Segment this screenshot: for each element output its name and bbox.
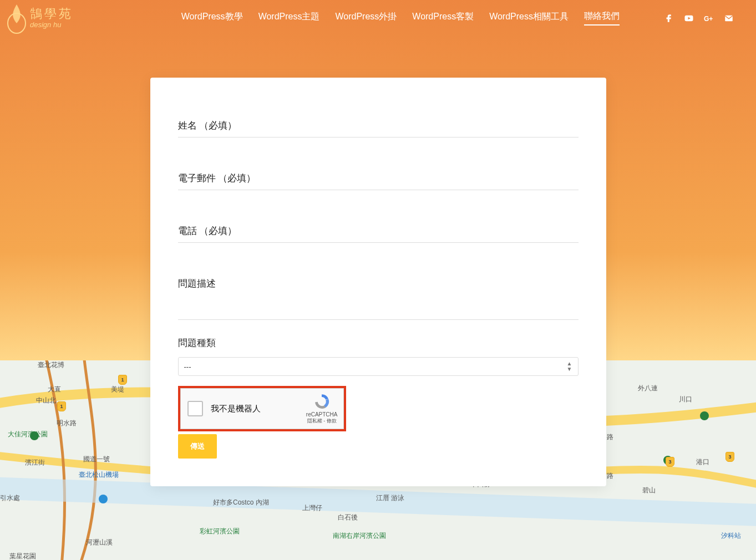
logo-title-en: design hu (30, 21, 73, 28)
recaptcha-links[interactable]: 隱私權 - 條款 (307, 418, 337, 425)
map-label: 川口 (679, 395, 692, 404)
recaptcha-highlight: 我不是機器人 reCAPTCHA 隱私權 - 條款 (178, 386, 346, 431)
logo-title-cn: 鵠學苑 (30, 8, 73, 20)
map-label: 碧山 (642, 486, 656, 495)
category-select[interactable]: --- ▲▼ (178, 357, 579, 376)
nav-contact[interactable]: 聯絡我們 (584, 11, 620, 26)
email-input[interactable] (178, 188, 579, 190)
recaptcha-widget: 我不是機器人 reCAPTCHA 隱私權 - 條款 (180, 388, 344, 429)
map-label: 臺北松山機場 (79, 470, 119, 480)
highway-shield: 3 (666, 457, 674, 467)
nav-plugins[interactable]: WordPress外掛 (335, 11, 397, 25)
map-label: 彩虹河濱公園 (200, 527, 240, 536)
map-label: 好市多Costco 內湖 (213, 498, 269, 507)
svg-point-5 (99, 495, 108, 503)
map-label: 外八連 (638, 384, 658, 393)
map-label: 臺北花博 (38, 360, 64, 370)
phone-label: 電話 （必填） (178, 225, 579, 237)
map-label: 明水路 (57, 419, 77, 428)
name-input[interactable] (178, 135, 579, 138)
recaptcha-icon (313, 393, 331, 410)
map-label: 上灣仔 (302, 503, 322, 513)
youtube-icon[interactable] (684, 13, 694, 23)
field-email: 電子郵件 （必填） (178, 172, 579, 190)
map-label: 江厝 游泳 (376, 493, 404, 503)
field-message: 問題描述 (178, 277, 579, 320)
map-label: 國道一號 (83, 455, 110, 464)
main-nav: WordPress教學 WordPress主題 WordPress外掛 Word… (181, 11, 620, 26)
category-selected-value: --- (184, 363, 191, 371)
nav-tutorials[interactable]: WordPress教學 (181, 11, 243, 25)
highway-shield: 1 (57, 401, 66, 411)
phone-input[interactable] (178, 241, 579, 243)
header: 鵠學苑 design hu WordPress教學 WordPress主題 Wo… (0, 0, 756, 36)
map-label: 河瀝山溪 (86, 538, 113, 547)
svg-point-8 (700, 411, 709, 420)
field-phone: 電話 （必填） (178, 225, 579, 243)
map-label: 汐科站 (721, 531, 741, 541)
field-category: 問題種類 --- ▲▼ (178, 337, 579, 376)
logo[interactable]: 鵠學苑 design hu (7, 2, 73, 34)
map-label: 大直 (48, 385, 61, 394)
nav-tools[interactable]: WordPress相關工具 (489, 11, 569, 25)
map-label: 白石後 (338, 513, 358, 522)
svg-text:G+: G+ (704, 14, 713, 22)
name-label: 姓名 （必填） (178, 119, 579, 132)
nav-themes[interactable]: WordPress主題 (258, 11, 320, 25)
mail-icon[interactable] (724, 13, 734, 23)
social-links: G+ (664, 13, 734, 23)
map-label: 美堤 (111, 385, 124, 394)
submit-button[interactable]: 傳送 (178, 434, 217, 459)
map-label: 葉星花園 (9, 552, 36, 560)
nav-custom[interactable]: WordPress客製 (412, 11, 474, 25)
map-label: 中山北 (36, 396, 56, 405)
highway-shield: 1 (118, 375, 127, 385)
map-label: 大佳河濱公園 (8, 430, 48, 439)
contact-form-card: 姓名 （必填） 電子郵件 （必填） 電話 （必填） 問題描述 問題種類 --- … (150, 78, 606, 486)
facebook-icon[interactable] (664, 13, 674, 23)
category-label: 問題種類 (178, 337, 579, 349)
field-name: 姓名 （必填） (178, 119, 579, 138)
googleplus-icon[interactable]: G+ (704, 13, 714, 23)
select-arrows-icon: ▲▼ (567, 361, 572, 372)
map-label: 港口 (696, 457, 709, 467)
map-label: 濱江街 (25, 458, 45, 467)
recaptcha-checkbox[interactable] (187, 401, 203, 416)
map-label: 南湖右岸河濱公園 (333, 531, 386, 541)
recaptcha-label: 我不是機器人 (211, 404, 261, 414)
email-label: 電子郵件 （必填） (178, 172, 579, 185)
recaptcha-brand: reCAPTCHA (306, 411, 338, 418)
logo-mark-icon (7, 2, 27, 34)
message-input[interactable] (178, 318, 579, 320)
message-label: 問題描述 (178, 277, 579, 290)
highway-shield: 3 (725, 452, 734, 462)
map-label: 引水處 (0, 493, 20, 503)
